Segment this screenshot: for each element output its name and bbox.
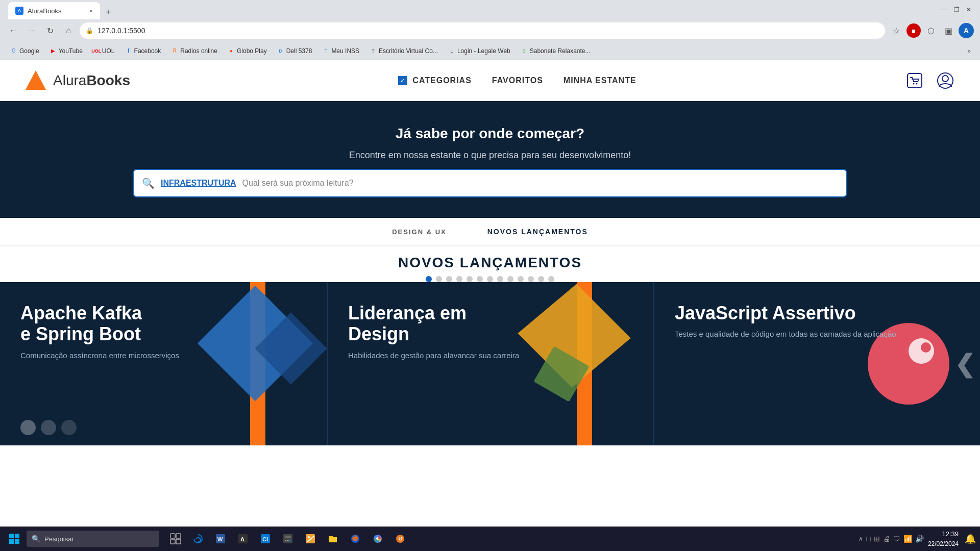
- carousel-dot-2[interactable]: [446, 276, 452, 282]
- book-card-lideranca[interactable]: Liderança emDesign Habilidades de gestão…: [327, 282, 653, 445]
- search-bar[interactable]: 🔍 INFRAESTRUTURA Qual será sua próxima l…: [133, 169, 847, 197]
- bookmarks-more-button[interactable]: »: [964, 45, 974, 57]
- nav-icons: [904, 70, 955, 91]
- forward-button[interactable]: →: [24, 23, 39, 38]
- bookmark-inss[interactable]: T Meu INSS: [318, 45, 363, 57]
- paint-app[interactable]: [300, 529, 321, 549]
- refresh-button[interactable]: ↻: [43, 23, 57, 38]
- book-desc-javascript: Testes e qualidade de código em todas as…: [675, 330, 896, 338]
- font-app[interactable]: A: [233, 529, 253, 549]
- bookmark-youtube[interactable]: ▶ YouTube: [45, 45, 87, 57]
- carousel-dot-1[interactable]: [436, 276, 442, 282]
- svg-rect-8: [9, 539, 14, 544]
- close-button[interactable]: ✕: [964, 5, 974, 15]
- category-strip: DESIGN & UX NOVOS LANÇAMENTOS: [0, 218, 980, 246]
- taskbar-right: ∧ □ ⊞ 🖨 🛡 📶 🔊 12:39 22/02/2024 🔔: [859, 529, 976, 548]
- carousel-next-icon[interactable]: ❮: [954, 349, 975, 378]
- notification-icon[interactable]: 🔔: [965, 533, 976, 544]
- chrome-app[interactable]: [368, 529, 388, 549]
- svg-text:A: A: [240, 536, 244, 542]
- minimize-button[interactable]: —: [939, 5, 949, 15]
- new-tab-button[interactable]: +: [101, 5, 115, 19]
- browser-tab[interactable]: A AluraBooks ×: [8, 2, 100, 19]
- bookmark-legale[interactable]: L Login - Legale Web: [444, 45, 514, 57]
- book-card-kafka[interactable]: Apache Kafkae Spring Boot Comunicação as…: [0, 282, 327, 445]
- taskbar-security-icon[interactable]: 🛡: [893, 535, 900, 543]
- svg-marker-0: [26, 70, 46, 90]
- book-card-javascript[interactable]: JavaScript Assertivo Testes e qualidade …: [653, 282, 980, 445]
- bookmark-star-button[interactable]: ☆: [889, 23, 903, 38]
- taskbar-chevron-icon[interactable]: ∧: [859, 535, 863, 542]
- extension-button[interactable]: ■: [906, 23, 921, 38]
- svg-text:CI: CI: [262, 536, 268, 542]
- book-text-lideranca: Liderança emDesign Habilidades de gestão…: [348, 303, 519, 360]
- profile-button[interactable]: [935, 70, 955, 91]
- minha-estante-link[interactable]: MINHA ESTANTE: [564, 76, 636, 85]
- taskbar-volume-icon[interactable]: 🔊: [915, 535, 924, 543]
- files-app[interactable]: [323, 529, 343, 549]
- svg-rect-20: [283, 534, 292, 543]
- taskbar-apps: W A CI: [165, 529, 410, 549]
- carousel-dot-11[interactable]: [538, 276, 544, 282]
- extensions-button[interactable]: ⬡: [924, 23, 938, 38]
- favoritos-link[interactable]: FAVORITOS: [492, 76, 543, 85]
- carousel-dot-0[interactable]: [426, 276, 432, 282]
- taskbar-search-icon: 🔍: [32, 535, 40, 543]
- app5[interactable]: CI: [255, 529, 276, 549]
- taskbar-clock[interactable]: 12:39 22/02/2024: [928, 529, 959, 548]
- books-carousel: Apache Kafkae Spring Boot Comunicação as…: [0, 282, 980, 445]
- book-title-lideranca: Liderança emDesign: [348, 303, 519, 345]
- carousel-dot-6[interactable]: [487, 276, 493, 282]
- bookmark-google[interactable]: G Google: [6, 45, 43, 57]
- split-view-button[interactable]: ▣: [941, 23, 955, 38]
- back-button[interactable]: ←: [6, 23, 20, 38]
- calculator-app[interactable]: [278, 529, 298, 549]
- categorias-nav-item[interactable]: ✓ CATEGORIAS: [398, 76, 471, 85]
- taskbar-search[interactable]: 🔍 Pesquisar: [27, 531, 159, 547]
- tab-close-icon[interactable]: ×: [89, 7, 93, 15]
- carousel-dot-8[interactable]: [507, 276, 513, 282]
- hero-title: Já sabe por onde começar?: [396, 126, 584, 142]
- hero-section: Já sabe por onde começar? Encontre em no…: [0, 101, 980, 218]
- extra-app[interactable]: ↺: [390, 529, 410, 549]
- taskbar-display-icon[interactable]: □: [866, 535, 870, 543]
- taskbar-network-icon[interactable]: ⊞: [874, 535, 880, 543]
- carousel-dot-10[interactable]: [528, 276, 534, 282]
- bookmark-sabonete[interactable]: S Sabonete Relaxante...: [517, 45, 595, 57]
- bookmark-escritorio[interactable]: T Escritório Virtual Co...: [365, 45, 442, 57]
- site-navbar: AluraBooks ✓ CATEGORIAS FAVORITOS MINHA …: [0, 60, 980, 101]
- cat-novos-lancamentos[interactable]: NOVOS LANÇAMENTOS: [487, 228, 588, 236]
- carousel-dots: [0, 271, 980, 282]
- address-bar[interactable]: 🔒 127.0.0.1:5500: [80, 22, 885, 39]
- svg-rect-13: [176, 539, 181, 544]
- bookmark-dell[interactable]: D Dell 5378: [273, 45, 316, 57]
- cat-design-ux[interactable]: DESIGN & UX: [392, 228, 447, 236]
- bookmark-radios[interactable]: R Radios online: [167, 45, 222, 57]
- categorias-link[interactable]: CATEGORIAS: [412, 76, 471, 85]
- maximize-button[interactable]: ❐: [951, 5, 962, 15]
- bookmark-uol[interactable]: UOL UOL: [89, 45, 119, 57]
- taskbar-print-icon[interactable]: 🖨: [883, 535, 890, 543]
- start-button[interactable]: [4, 529, 24, 549]
- edge-app[interactable]: [188, 529, 208, 549]
- carousel-dot-4[interactable]: [467, 276, 473, 282]
- word-app[interactable]: W: [210, 529, 231, 549]
- profile-avatar[interactable]: A: [959, 23, 974, 38]
- taskbar-wifi-icon[interactable]: 📶: [903, 535, 912, 543]
- carousel-dot-5[interactable]: [477, 276, 483, 282]
- firefox-app[interactable]: [345, 529, 365, 549]
- carousel-dot-12[interactable]: [548, 276, 554, 282]
- task-view-button[interactable]: [165, 529, 186, 549]
- bookmark-globo[interactable]: ● Globo Play: [224, 45, 271, 57]
- carousel-dot-7[interactable]: [497, 276, 503, 282]
- home-button[interactable]: ⌂: [61, 23, 76, 38]
- bookmark-facebook[interactable]: f Facebook: [121, 45, 165, 57]
- carousel-dot-3[interactable]: [456, 276, 462, 282]
- svg-point-26: [308, 536, 310, 538]
- site-logo[interactable]: AluraBooks: [24, 69, 130, 92]
- categorias-checkbox: ✓: [398, 76, 407, 85]
- svg-rect-27: [329, 537, 337, 542]
- cart-button[interactable]: [904, 70, 925, 91]
- svg-rect-1: [908, 73, 922, 88]
- carousel-dot-9[interactable]: [518, 276, 524, 282]
